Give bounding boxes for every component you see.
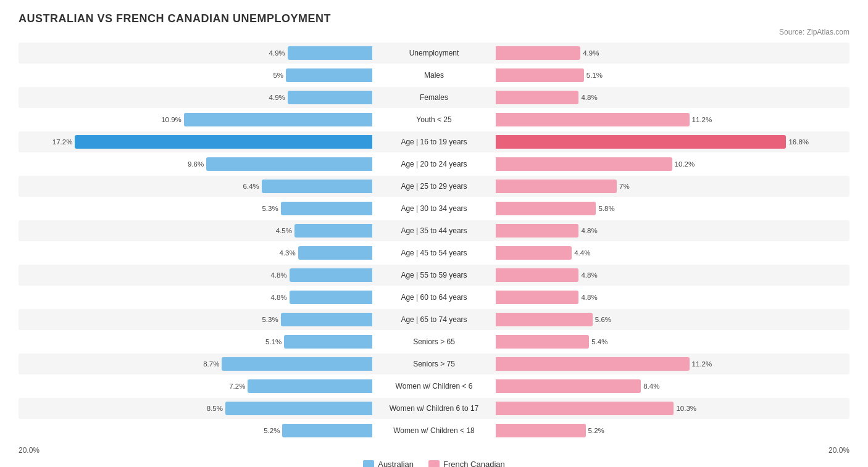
value-left: 8.5% (207, 405, 223, 412)
bar-left: 4.9% (288, 46, 372, 60)
center-label: Age | 16 to 19 years (372, 138, 496, 146)
bottom-axis: 20.0% 20.0% (19, 442, 849, 457)
center-label: Unemployment (372, 49, 496, 57)
left-bar-wrap: 4.8% (19, 265, 372, 286)
bar-right: 4.4% (496, 246, 572, 260)
bar-right: 11.2% (496, 357, 690, 371)
right-bar-wrap: 7% (496, 176, 849, 197)
center-label: Age | 65 to 74 years (372, 315, 496, 324)
value-left: 5.3% (262, 205, 278, 212)
legend-french-canadian: French Canadian (428, 460, 505, 467)
bar-row: 4.5%Age | 35 to 44 years4.8% (19, 220, 849, 241)
right-bar-wrap: 4.8% (496, 220, 849, 241)
bar-left: 17.2% (75, 135, 372, 149)
legend: Australian French Canadian (19, 460, 849, 467)
right-bar-wrap: 5.1% (496, 65, 849, 86)
bar-left: 4.9% (288, 91, 372, 104)
bar-row: 8.5%Women w/ Children 6 to 1710.3% (19, 398, 849, 419)
bar-left: 4.5% (294, 224, 372, 238)
center-label: Age | 55 to 59 years (372, 271, 496, 279)
legend-french-canadian-label: French Canadian (443, 460, 505, 467)
left-bar-wrap: 7.2% (19, 376, 372, 397)
value-left: 5.3% (262, 316, 278, 323)
center-label: Males (372, 71, 496, 80)
right-bar-wrap: 4.9% (496, 43, 849, 64)
bar-row: 9.6%Age | 20 to 24 years10.2% (19, 154, 849, 175)
left-bar-wrap: 4.8% (19, 287, 372, 308)
right-bar-wrap: 11.2% (496, 109, 849, 130)
bar-left: 5.2% (282, 424, 372, 437)
right-bar-wrap: 4.8% (496, 287, 849, 308)
bar-right: 5.4% (496, 335, 589, 349)
center-label: Age | 30 to 34 years (372, 204, 496, 213)
center-label: Age | 45 to 54 years (372, 249, 496, 257)
legend-french-canadian-box (428, 460, 440, 468)
bar-left: 4.8% (290, 268, 372, 282)
bar-right: 4.8% (496, 91, 578, 104)
left-bar-wrap: 4.5% (19, 220, 372, 241)
bar-row: 5.3%Age | 30 to 34 years5.8% (19, 198, 849, 219)
bar-right: 5.6% (496, 313, 593, 326)
right-bar-wrap: 4.4% (496, 242, 849, 263)
bar-right: 4.8% (496, 224, 578, 238)
value-left: 5% (273, 72, 283, 79)
bar-right: 5.2% (496, 424, 586, 437)
value-right: 5.6% (595, 316, 611, 323)
bar-left: 5.3% (281, 313, 372, 326)
bar-left: 5.1% (284, 335, 372, 349)
value-right: 10.3% (676, 405, 696, 412)
bar-left: 8.5% (225, 402, 372, 415)
value-left: 4.5% (276, 227, 292, 234)
bar-row: 5.3%Age | 65 to 74 years5.6% (19, 309, 849, 330)
bar-row: 4.8%Age | 60 to 64 years4.8% (19, 287, 849, 308)
bar-row: 4.8%Age | 55 to 59 years4.8% (19, 265, 849, 286)
center-label: Females (372, 93, 496, 102)
center-label: Age | 35 to 44 years (372, 226, 496, 235)
left-bar-wrap: 5.1% (19, 331, 372, 352)
bar-row: 5.1%Seniors > 655.4% (19, 331, 849, 352)
bar-left: 10.9% (184, 113, 372, 126)
center-label: Youth < 25 (372, 115, 496, 124)
center-label: Women w/ Children < 6 (372, 382, 496, 391)
value-left: 6.4% (243, 183, 259, 190)
bar-right: 4.8% (496, 291, 578, 304)
bar-right: 5.8% (496, 202, 596, 215)
left-bar-wrap: 4.9% (19, 43, 372, 64)
value-left: 5.2% (264, 427, 280, 434)
value-right: 4.8% (581, 94, 597, 101)
right-bar-wrap: 4.8% (496, 87, 849, 108)
bar-left: 9.6% (206, 157, 372, 171)
value-right: 5.2% (588, 427, 604, 434)
value-right: 11.2% (692, 116, 712, 123)
value-right: 5.1% (586, 72, 603, 79)
left-bar-wrap: 8.5% (19, 398, 372, 419)
value-left: 4.9% (269, 49, 285, 57)
value-right: 4.4% (574, 249, 590, 257)
right-bar-wrap: 5.8% (496, 198, 849, 219)
right-bar-wrap: 4.8% (496, 265, 849, 286)
bar-right: 16.8% (496, 135, 786, 149)
center-label: Seniors > 65 (372, 337, 496, 346)
bar-row: 5.2%Women w/ Children < 185.2% (19, 420, 849, 441)
bar-right: 11.2% (496, 113, 690, 126)
axis-right-label: 20.0% (828, 446, 849, 455)
value-right: 16.8% (788, 138, 809, 146)
chart-title: AUSTRALIAN VS FRENCH CANADIAN UNEMPLOYME… (19, 12, 849, 25)
bar-right: 10.3% (496, 402, 674, 415)
bar-row: 4.9%Females4.8% (19, 87, 849, 108)
value-left: 17.2% (52, 138, 73, 146)
source-label: Source: ZipAtlas.com (19, 28, 849, 36)
bar-right: 5.1% (496, 68, 584, 82)
bar-right: 4.9% (496, 46, 580, 60)
value-right: 5.8% (598, 205, 614, 212)
bar-left: 5% (286, 68, 372, 82)
center-label: Age | 25 to 29 years (372, 182, 496, 191)
bar-row: 7.2%Women w/ Children < 68.4% (19, 376, 849, 397)
bar-left: 8.7% (222, 357, 372, 371)
bar-row: 6.4%Age | 25 to 29 years7% (19, 176, 849, 197)
left-bar-wrap: 5% (19, 65, 372, 86)
bar-row: 4.3%Age | 45 to 54 years4.4% (19, 242, 849, 263)
center-label: Women w/ Children 6 to 17 (372, 404, 496, 413)
bar-right: 4.8% (496, 268, 578, 282)
value-right: 10.2% (675, 160, 695, 168)
